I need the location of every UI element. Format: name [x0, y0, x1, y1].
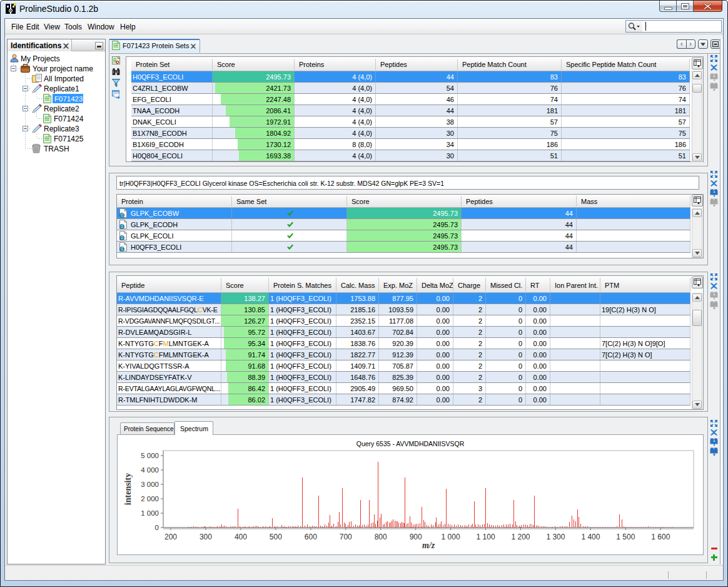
- svg-text:1 500: 1 500: [616, 533, 635, 541]
- svg-text:900: 900: [410, 533, 422, 541]
- svg-text:800: 800: [375, 533, 387, 541]
- svg-text:4 000: 4 000: [141, 466, 159, 474]
- svg-text:1 100: 1 100: [477, 533, 495, 541]
- svg-text:5 000: 5 000: [141, 452, 159, 459]
- svg-text:1 200: 1 200: [511, 533, 530, 541]
- svg-text:1 300: 1 300: [546, 533, 565, 541]
- svg-text:400: 400: [235, 533, 247, 541]
- svg-text:intensity: intensity: [123, 473, 133, 505]
- svg-text:300: 300: [200, 533, 212, 541]
- svg-text:2 000: 2 000: [141, 495, 159, 503]
- svg-text:500: 500: [270, 533, 282, 541]
- svg-text:1 000: 1 000: [141, 509, 159, 517]
- svg-text:1 600: 1 600: [651, 533, 670, 541]
- svg-text:1 400: 1 400: [581, 533, 600, 541]
- svg-text:3 000: 3 000: [141, 481, 159, 488]
- svg-text:700: 700: [340, 533, 352, 541]
- svg-text:200: 200: [164, 533, 177, 541]
- svg-text:0: 0: [155, 524, 159, 531]
- svg-text:600: 600: [305, 533, 317, 541]
- svg-text:1 000: 1 000: [442, 533, 460, 541]
- svg-text:m/z: m/z: [422, 541, 435, 550]
- svg-text:o: o: [116, 59, 119, 65]
